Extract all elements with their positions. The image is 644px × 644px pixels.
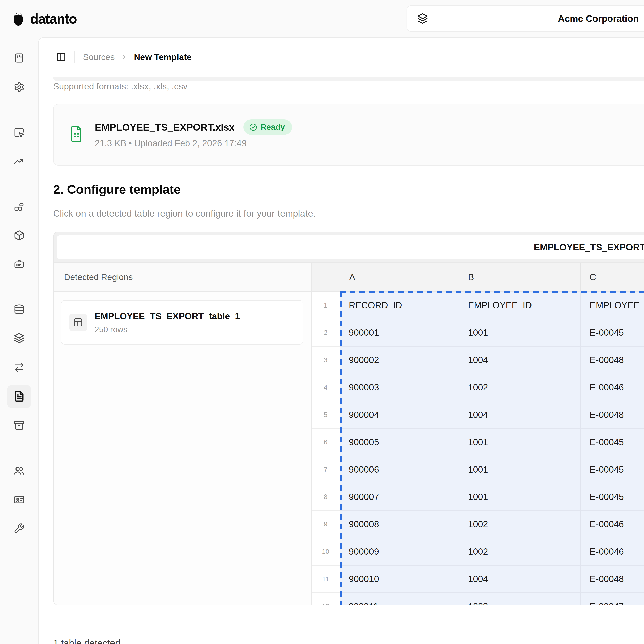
row-number: 6: [312, 429, 340, 456]
column-header-c[interactable]: C: [580, 263, 644, 291]
cell-col-b[interactable]: 1001: [459, 483, 580, 511]
cell-col-b[interactable]: 1004: [459, 347, 580, 374]
cell-col-a[interactable]: 900002: [340, 347, 459, 374]
file-meta: 21.3 KB • Uploaded Feb 2, 2026 17:49: [95, 138, 247, 148]
supported-formats-note: Supported formats: .xlsx, .xls, .csv: [53, 81, 188, 92]
sidebar-item-templates[interactable]: [7, 385, 31, 408]
wrench-icon: [14, 523, 25, 534]
cell-col-c[interactable]: E-00047: [580, 593, 644, 605]
cell-col-a[interactable]: 900006: [340, 456, 459, 483]
sheet-row: 4 900003 1002 E-00046: [312, 374, 644, 401]
users-icon: [14, 465, 25, 476]
cell-col-c[interactable]: E-00045: [580, 483, 644, 511]
breadcrumb-current: New Template: [134, 52, 192, 62]
cell-col-a[interactable]: 900008: [340, 511, 459, 538]
cell-col-b[interactable]: 1002: [459, 538, 580, 566]
row-number: 10: [312, 538, 340, 566]
status-badge: Ready: [243, 119, 292, 135]
sidebar-toggle-icon[interactable]: [56, 52, 66, 62]
cell-col-a[interactable]: 900001: [340, 319, 459, 347]
sidebar-item-kanban[interactable]: [7, 46, 31, 70]
row-number: 9: [312, 511, 340, 538]
sheet-row: 12 900011 1003 E-00047: [312, 593, 644, 605]
file-name: EMPLOYEE_TS_EXPORT.xlsx: [95, 122, 234, 133]
cell-col-a[interactable]: 900005: [340, 429, 459, 456]
sidebar-item-blocks[interactable]: [7, 195, 31, 218]
column-header-a[interactable]: A: [340, 263, 459, 291]
cell-col-c[interactable]: E-00045: [580, 429, 644, 456]
detected-regions-header: Detected Regions: [54, 263, 312, 291]
sidebar-item-archive[interactable]: [7, 414, 31, 437]
brand: datanto: [12, 10, 77, 27]
database-icon: [14, 304, 25, 315]
cell-col-b[interactable]: 1001: [459, 429, 580, 456]
cell-col-b[interactable]: 1002: [459, 374, 580, 401]
cell-col-c[interactable]: EMPLOYEE_CODE: [580, 292, 644, 319]
table-header-band: Detected Regions A B C: [54, 262, 644, 292]
breadcrumb-divider: [74, 51, 75, 63]
sidebar-item-select[interactable]: [7, 121, 31, 144]
cell-col-c[interactable]: E-00045: [580, 456, 644, 483]
org-switcher[interactable]: Acme Corporation: [407, 5, 644, 32]
id-card-icon: [14, 494, 25, 505]
sheet-row: 3 900002 1004 E-00048: [312, 347, 644, 374]
sidebar-item-transfers[interactable]: [7, 356, 31, 379]
cell-col-a[interactable]: 900010: [340, 566, 459, 593]
cell-col-a[interactable]: 900007: [340, 483, 459, 511]
layers-icon: [14, 333, 25, 344]
cursor-select-icon: [14, 127, 25, 138]
cell-col-b[interactable]: 1004: [459, 401, 580, 429]
sidebar: [0, 37, 38, 644]
sidebar-item-layers[interactable]: [7, 326, 31, 350]
cell-col-c[interactable]: E-00048: [580, 347, 644, 374]
cell-col-a[interactable]: 900003: [340, 374, 459, 401]
section-divider: [53, 618, 644, 618]
sidebar-item-tools[interactable]: [7, 517, 31, 540]
upload-dropzone-bottom: [53, 77, 644, 81]
tables-detected-note: 1 table detected: [53, 637, 121, 644]
org-name: Acme Corporation: [558, 13, 639, 24]
cell-col-a[interactable]: 900009: [340, 538, 459, 566]
cell-col-a[interactable]: 900004: [340, 401, 459, 429]
sidebar-item-users[interactable]: [7, 459, 31, 483]
cell-col-c[interactable]: E-00046: [580, 374, 644, 401]
configure-card: EMPLOYEE_TS_EXPORT Detected Regions A B …: [53, 232, 644, 605]
row-number: 5: [312, 401, 340, 429]
file-text-icon: [13, 391, 25, 402]
uploaded-file-card[interactable]: EMPLOYEE_TS_EXPORT.xlsx Ready 21.3 KB • …: [53, 104, 644, 166]
sidebar-item-settings[interactable]: [7, 75, 31, 99]
table-icon: [69, 314, 87, 331]
region-selection-border-top: [340, 291, 644, 293]
cell-col-b[interactable]: EMPLOYEE_ID: [459, 292, 580, 319]
sheet-row: 2 900001 1001 E-00045: [312, 319, 644, 347]
circle-check-icon: [249, 123, 257, 131]
layers-icon: [417, 13, 428, 24]
settings-gear-icon: [14, 82, 25, 93]
sheet-row: 9 900008 1002 E-00046: [312, 511, 644, 538]
cell-col-c[interactable]: E-00048: [580, 566, 644, 593]
sidebar-item-trends[interactable]: [7, 150, 31, 173]
sidebar-item-packages[interactable]: [7, 224, 31, 247]
cell-col-b[interactable]: 1001: [459, 319, 580, 347]
cell-col-c[interactable]: E-00046: [580, 538, 644, 566]
sheet-row: 5 900004 1004 E-00048: [312, 401, 644, 429]
cell-col-b[interactable]: 1002: [459, 511, 580, 538]
cell-col-b[interactable]: 1003: [459, 593, 580, 605]
sidebar-item-contacts[interactable]: [7, 488, 31, 511]
cell-col-a[interactable]: RECORD_ID: [340, 292, 459, 319]
cell-col-b[interactable]: 1001: [459, 456, 580, 483]
sheet-preview: 1 RECORD_ID EMPLOYEE_ID EMPLOYEE_CODE 2 …: [312, 292, 644, 605]
breadcrumb-sources[interactable]: Sources: [83, 52, 115, 62]
region-card[interactable]: EMPLOYEE_TS_EXPORT_table_1 250 rows: [61, 300, 303, 345]
cell-col-c[interactable]: E-00046: [580, 511, 644, 538]
brand-name: datanto: [30, 11, 77, 27]
cell-col-b[interactable]: 1004: [459, 566, 580, 593]
cell-col-a[interactable]: 900011: [340, 593, 459, 605]
cell-col-c[interactable]: E-00048: [580, 401, 644, 429]
row-number: 3: [312, 347, 340, 374]
sidebar-item-database[interactable]: [7, 298, 31, 321]
column-header-b[interactable]: B: [459, 263, 580, 291]
sheet-row: 6 900005 1001 E-00045: [312, 429, 644, 456]
sidebar-item-tasks[interactable]: [7, 252, 31, 276]
cell-col-c[interactable]: E-00045: [580, 319, 644, 347]
